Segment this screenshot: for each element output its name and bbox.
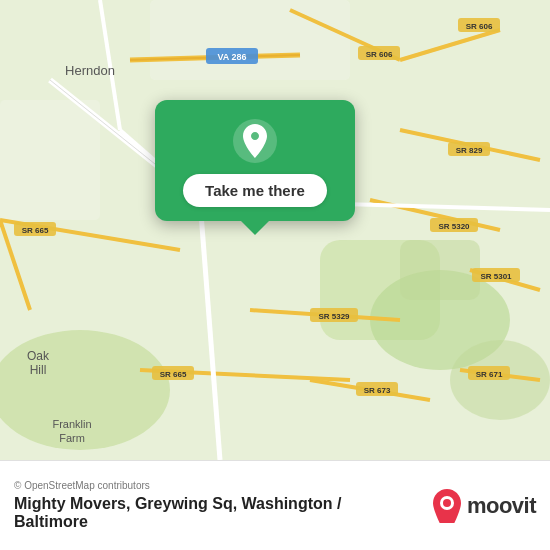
take-me-there-button[interactable]: Take me there — [183, 174, 327, 207]
svg-text:SR 829: SR 829 — [456, 146, 483, 155]
svg-text:VA 286: VA 286 — [217, 52, 246, 62]
svg-text:SR 5329: SR 5329 — [318, 312, 350, 321]
svg-text:Farm: Farm — [59, 432, 85, 444]
svg-text:SR 5301: SR 5301 — [480, 272, 512, 281]
svg-text:SR 671: SR 671 — [476, 370, 503, 379]
map: VA 286 SR 606 SR 606 SR 829 SR 665 SR 53… — [0, 0, 550, 460]
svg-text:Hill: Hill — [30, 363, 47, 377]
bottom-info-bar: © OpenStreetMap contributors Mighty Move… — [0, 460, 550, 550]
svg-rect-6 — [150, 0, 350, 80]
svg-rect-7 — [0, 100, 100, 220]
location-info: © OpenStreetMap contributors Mighty Move… — [14, 480, 341, 531]
location-popup: Take me there — [155, 100, 355, 221]
svg-text:Franklin: Franklin — [52, 418, 91, 430]
svg-text:SR 606: SR 606 — [366, 50, 393, 59]
svg-text:Oak: Oak — [27, 349, 50, 363]
copyright-text: © OpenStreetMap contributors — [14, 480, 341, 491]
location-pin-icon — [232, 118, 278, 164]
svg-text:SR 665: SR 665 — [22, 226, 49, 235]
svg-point-56 — [443, 499, 451, 507]
moovit-brand-text: moovit — [467, 493, 536, 519]
moovit-logo: moovit — [433, 489, 536, 523]
svg-text:Herndon: Herndon — [65, 63, 115, 78]
svg-text:SR 5320: SR 5320 — [438, 222, 470, 231]
svg-text:SR 606: SR 606 — [466, 22, 493, 31]
svg-text:SR 665: SR 665 — [160, 370, 187, 379]
svg-text:SR 673: SR 673 — [364, 386, 391, 395]
svg-rect-4 — [400, 240, 480, 300]
location-title: Mighty Movers, Greywing Sq, Washington /… — [14, 495, 341, 531]
moovit-pin-icon — [433, 489, 461, 523]
